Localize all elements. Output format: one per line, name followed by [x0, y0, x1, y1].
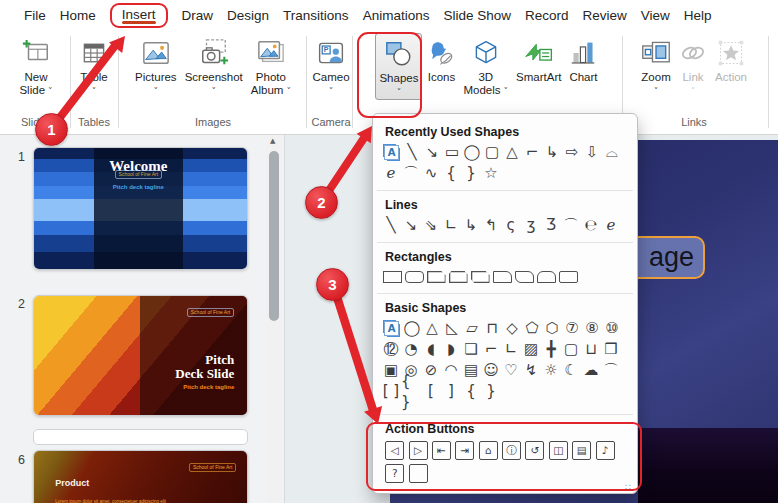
tab-review[interactable]: Review — [583, 5, 627, 26]
shape-glyph[interactable]: ⊘ — [421, 360, 441, 381]
slide-thumbnail-1[interactable]: School of Fine Art Welcome Pitch deck ta… — [33, 147, 248, 270]
slide-thumbnail-6[interactable]: School of Fine Art Product Lorem ipsum d… — [33, 450, 248, 503]
shape-glyph[interactable]: ⬠ — [522, 318, 542, 339]
shape-glyph[interactable]: ⌒ — [401, 163, 421, 184]
shape-glyph[interactable]: ⌒ — [561, 215, 581, 236]
shape-glyph[interactable]: ◫ — [549, 441, 568, 460]
shape-glyph[interactable]: ς — [501, 215, 521, 236]
shape-glyph[interactable]: ▢ — [561, 339, 581, 360]
shape-glyph[interactable]: ↳ — [461, 215, 481, 236]
tab-file[interactable]: File — [24, 5, 46, 26]
shape-glyph[interactable]: ▷ — [409, 441, 428, 460]
cameo-button[interactable]: P Cameo ˅ — [309, 33, 352, 98]
shape-glyph[interactable]: ʒ — [521, 215, 541, 236]
shape-glyph[interactable]: ↰ — [481, 215, 501, 236]
shape-glyph[interactable]: ▭ — [442, 142, 462, 163]
shape-glyph[interactable]: ⑫ — [381, 339, 401, 360]
tab-draw[interactable]: Draw — [182, 5, 214, 26]
shape-glyph[interactable]: ⇘ — [421, 215, 441, 236]
shape-glyph[interactable]: ☺ — [481, 360, 501, 381]
shape-glyph[interactable]: ╋ — [541, 339, 561, 360]
shape-glyph[interactable] — [493, 271, 512, 283]
shape-glyph[interactable]: ? — [385, 464, 404, 483]
shape-glyph[interactable]: ⊔ — [581, 339, 601, 360]
shape-glyph[interactable]: ℯ — [381, 163, 401, 184]
shape-glyph[interactable]: ☼ — [541, 360, 561, 381]
shape-glyph[interactable]: ⌐ — [522, 142, 542, 163]
zoom-button[interactable]: Zoom ˅ — [638, 33, 674, 98]
3d-models-button[interactable]: 3DModels˅ — [460, 33, 511, 100]
shape-glyph[interactable]: ⊓ — [482, 318, 502, 339]
shape-glyph[interactable]: △ — [422, 318, 442, 339]
text-box-shape-icon[interactable]: A — [384, 321, 399, 336]
chart-button[interactable]: Chart — [566, 33, 600, 86]
shape-glyph[interactable]: ▤ — [461, 360, 481, 381]
shape-glyph[interactable]: ▢ — [482, 142, 502, 163]
shape-glyph[interactable] — [559, 271, 578, 283]
tab-design[interactable]: Design — [227, 5, 269, 26]
shape-glyph[interactable]: ❏ — [461, 339, 481, 360]
tab-record[interactable]: Record — [525, 5, 569, 26]
shape-glyph[interactable]: ⓘ — [502, 441, 521, 460]
tab-insert[interactable]: Insert — [110, 3, 168, 28]
shape-glyph[interactable]: ◗ — [441, 339, 461, 360]
shape-glyph[interactable]: ⑦ — [562, 318, 582, 339]
shape-glyph[interactable]: ⬡ — [542, 318, 562, 339]
shape-glyph[interactable]: Ʒ — [541, 215, 561, 236]
shape-glyph[interactable]: △ — [502, 142, 522, 163]
panel-divider[interactable] — [284, 135, 285, 503]
shape-glyph[interactable]: ▨ — [521, 339, 541, 360]
shape-glyph[interactable]: ❒ — [601, 339, 621, 360]
shape-glyph[interactable]: ◇ — [502, 318, 522, 339]
photo-album-button[interactable]: PhotoAlbum˅ — [248, 33, 294, 100]
shape-glyph[interactable]: ☆ — [481, 163, 501, 184]
shape-glyph[interactable]: ⌒ — [601, 360, 621, 381]
shape-glyph[interactable]: ♡ — [501, 360, 521, 381]
shape-glyph[interactable]: ↺ — [525, 441, 544, 460]
pictures-button[interactable]: Pictures ˅ — [132, 33, 180, 98]
shape-glyph[interactable]: { } — [401, 381, 421, 402]
tab-home[interactable]: Home — [60, 5, 96, 26]
shape-glyph[interactable] — [471, 271, 490, 283]
tab-view[interactable]: View — [641, 5, 670, 26]
shape-glyph[interactable]: ] — [441, 381, 461, 402]
shape-glyph[interactable]: ⇥ — [455, 441, 474, 460]
shape-glyph[interactable]: ↯ — [521, 360, 541, 381]
shape-glyph[interactable]: ⑧ — [582, 318, 602, 339]
shape-glyph[interactable] — [515, 271, 534, 283]
tab-help[interactable]: Help — [684, 5, 712, 26]
shape-glyph[interactable] — [537, 271, 556, 283]
shape-glyph[interactable]: ◠ — [441, 360, 461, 381]
shape-glyph[interactable]: ☾ — [561, 360, 581, 381]
shape-glyph[interactable]: ☁ — [581, 360, 601, 381]
tab-animations[interactable]: Animations — [363, 5, 430, 26]
new-slide-button[interactable]: NewSlide˅ — [16, 33, 55, 100]
shape-glyph[interactable]: ⌂ — [479, 441, 498, 460]
shape-glyph[interactable]: ⑩ — [602, 318, 622, 339]
shape-glyph[interactable]: } — [481, 381, 501, 402]
shape-glyph[interactable] — [405, 271, 424, 283]
scrollbar-thumb[interactable] — [269, 151, 279, 321]
shapes-button[interactable]: Shapes ˅ — [375, 33, 422, 100]
shape-glyph[interactable]: ∟ — [501, 339, 521, 360]
text-box-shape-icon[interactable]: A — [384, 145, 399, 160]
shape-glyph[interactable]: ∿ — [421, 163, 441, 184]
shape-glyph[interactable] — [383, 271, 402, 283]
shape-glyph[interactable]: ↘ — [401, 215, 421, 236]
shape-glyph[interactable] — [409, 464, 428, 483]
shape-glyph[interactable]: ▱ — [462, 318, 482, 339]
shape-glyph[interactable]: ▣ — [381, 360, 401, 381]
shape-glyph[interactable]: [ — [421, 381, 441, 402]
shape-glyph[interactable]: ▤ — [572, 441, 591, 460]
shape-glyph[interactable] — [427, 271, 446, 283]
smartart-button[interactable]: SmartArt — [513, 33, 564, 86]
shape-glyph[interactable]: ℯ — [601, 215, 621, 236]
shape-glyph[interactable]: ◁ — [385, 441, 404, 460]
shape-glyph[interactable]: ◯ — [402, 318, 422, 339]
icons-button[interactable]: Icons — [424, 33, 458, 86]
slide-thumbnail-partial[interactable] — [33, 429, 248, 445]
screenshot-button[interactable]: Screenshot ˅ — [182, 33, 246, 98]
shape-glyph[interactable]: { — [461, 381, 481, 402]
shape-glyph[interactable]: ╲ — [402, 142, 422, 163]
action-button[interactable]: Action — [712, 33, 750, 86]
